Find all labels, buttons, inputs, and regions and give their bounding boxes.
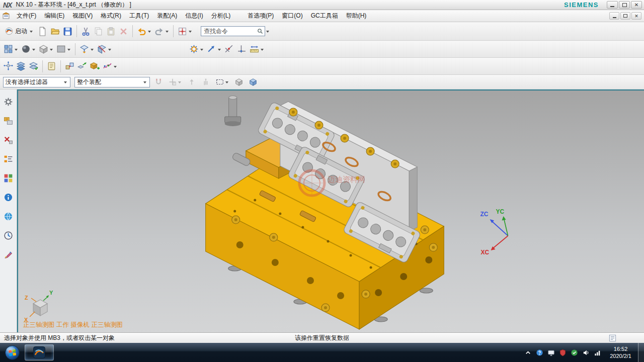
chevron-down-icon[interactable] (261, 49, 264, 52)
chevron-down-icon[interactable] (108, 49, 111, 52)
orient-view-button[interactable] (78, 43, 96, 55)
delete-button[interactable] (117, 25, 130, 38)
chevron-down-icon[interactable] (32, 49, 35, 52)
fixture-model[interactable] (206, 96, 444, 330)
chevron-down-icon[interactable] (166, 31, 169, 34)
menu-view[interactable]: 视图(V) (68, 10, 97, 22)
maximize-button[interactable] (619, 1, 630, 9)
history-icon[interactable] (3, 230, 14, 241)
start-button[interactable] (0, 343, 24, 362)
constraint-navigator-icon[interactable] (3, 135, 14, 145)
render-style-button[interactable] (20, 43, 37, 55)
mdi-close-button[interactable]: ✕ (631, 12, 641, 20)
undo-button[interactable] (135, 25, 153, 38)
part-navigator-icon[interactable] (3, 154, 14, 164)
view-in-layer-button[interactable] (27, 60, 40, 72)
assembly-sequence-button[interactable] (101, 60, 119, 72)
section-view-button[interactable] (96, 43, 113, 55)
chevron-down-icon[interactable] (200, 49, 203, 52)
roles-gear-icon[interactable] (3, 97, 14, 107)
general-selection-button[interactable] (167, 76, 183, 87)
touch-mode-button[interactable] (176, 25, 194, 38)
move-component-button[interactable] (76, 60, 89, 72)
cut-button[interactable] (79, 25, 92, 38)
new-file-button[interactable] (36, 25, 49, 38)
taskbar-clock[interactable]: 16:52 2020/2/1 (605, 345, 636, 360)
assembly-constraints-button[interactable] (63, 60, 76, 72)
chevron-down-icon[interactable] (30, 31, 33, 34)
paint-brush-icon[interactable] (3, 249, 14, 260)
menu-preferences[interactable]: 首选项(P) (244, 10, 278, 22)
search-icon[interactable] (257, 28, 264, 35)
chevron-down-icon[interactable] (218, 49, 221, 52)
true-shading-button[interactable] (188, 43, 205, 55)
measure-distance-button[interactable] (248, 43, 266, 55)
chevron-down-icon[interactable] (91, 49, 94, 52)
safely-remove-icon[interactable] (571, 349, 578, 356)
assembly-navigator-icon[interactable] (3, 116, 14, 126)
chevron-down-icon[interactable] (114, 66, 117, 69)
menu-window[interactable]: 窗口(O) (278, 10, 306, 22)
chevron-down-icon[interactable] (189, 31, 192, 34)
menu-assemblies[interactable]: 装配(A) (153, 10, 181, 22)
snap-toggle-button[interactable] (153, 76, 164, 87)
open-file-button[interactable] (49, 25, 61, 38)
wireframe-display-button[interactable] (233, 76, 245, 87)
mdi-minimize-button[interactable] (609, 12, 619, 20)
help-icon[interactable] (536, 349, 543, 356)
chevron-down-icon[interactable] (178, 81, 181, 85)
vector-button[interactable] (205, 43, 223, 55)
snap-point-button[interactable] (223, 43, 235, 55)
select-parent-button[interactable] (186, 76, 197, 87)
chevron-down-icon[interactable] (15, 49, 18, 52)
save-button[interactable] (61, 25, 74, 38)
background-color-button[interactable] (55, 43, 72, 55)
menu-tools[interactable]: 工具(T) (125, 10, 153, 22)
menu-information[interactable]: 信息(I) (181, 10, 207, 22)
volume-icon[interactable] (582, 349, 590, 356)
move-object-button[interactable] (2, 60, 15, 72)
chevron-down-icon[interactable] (50, 49, 53, 52)
add-component-button[interactable] (89, 60, 101, 72)
mdi-restore-button[interactable] (620, 12, 630, 20)
web-browser-icon[interactable] (3, 211, 14, 222)
journal-button[interactable] (45, 60, 58, 72)
selection-scope-combo[interactable]: 整个装配 (74, 77, 150, 87)
menu-format[interactable]: 格式(R) (97, 10, 125, 22)
menu-gc-toolbox[interactable]: GC工具箱 (307, 10, 342, 22)
menu-help[interactable]: 帮助(H) (342, 10, 371, 22)
copy-button[interactable] (92, 25, 105, 38)
chevron-down-icon[interactable] (225, 81, 228, 85)
graphics-viewport[interactable]: 迈迪资料网 Z Y X (17, 89, 644, 332)
status-log-icon[interactable] (608, 334, 617, 342)
minimize-button[interactable] (607, 1, 618, 9)
chevron-down-icon[interactable] (266, 31, 269, 34)
intersection-point-button[interactable] (235, 43, 248, 55)
chevron-down-icon[interactable] (148, 31, 151, 34)
model-3d[interactable]: 迈迪资料网 Z Y X (18, 90, 644, 332)
nx-taskbar-button[interactable] (25, 344, 54, 360)
display-mode-button[interactable] (37, 43, 55, 55)
hidden-icons-chevron[interactable] (524, 349, 532, 356)
show-desktop-button[interactable] (638, 343, 644, 362)
paste-button[interactable] (105, 25, 117, 38)
display-icon[interactable] (547, 349, 555, 356)
chevron-down-icon[interactable] (64, 81, 67, 85)
close-button[interactable]: ✕ (631, 1, 642, 9)
menu-edit[interactable]: 编辑(E) (40, 10, 68, 22)
selection-filter-combo[interactable]: 没有选择过滤器 (3, 77, 70, 87)
shield-icon[interactable] (559, 349, 567, 356)
reuse-library-icon[interactable] (3, 173, 14, 184)
menu-analysis[interactable]: 分析(L) (207, 10, 235, 22)
highlight-button[interactable] (200, 76, 211, 87)
shaded-display-button[interactable] (248, 76, 259, 87)
hd3d-tools-icon[interactable] (3, 192, 14, 203)
start-menu-button[interactable]: 启动 (2, 26, 36, 37)
menu-file[interactable]: 文件(F) (13, 10, 40, 22)
chevron-down-icon[interactable] (67, 49, 70, 52)
wcs-triad[interactable]: ZC YC XC (480, 208, 508, 256)
rectangle-select-button[interactable] (214, 76, 230, 87)
find-command-input[interactable] (201, 26, 265, 36)
chevron-down-icon[interactable] (143, 81, 146, 85)
view-layout-button[interactable] (2, 43, 20, 55)
